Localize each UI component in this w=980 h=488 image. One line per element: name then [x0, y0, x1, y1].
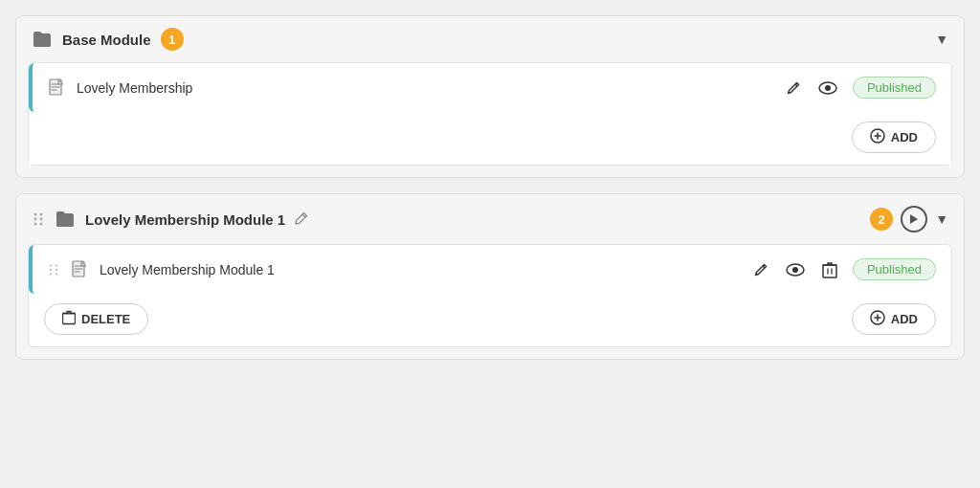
- document-icon: [48, 78, 65, 98]
- edit-button[interactable]: [784, 78, 803, 98]
- module-2-card: Lovely Membership Module 1 2 ▼: [15, 193, 965, 360]
- svg-point-10: [50, 264, 53, 267]
- base-module-body: Lovely Membership Published: [28, 62, 952, 166]
- delete-item-button[interactable]: [820, 259, 839, 280]
- document-icon-2: [71, 260, 88, 279]
- base-module-chevron-icon[interactable]: ▼: [935, 32, 948, 47]
- table-row: Lovely Membership Published: [29, 63, 951, 112]
- module-2-header: Lovely Membership Module 1 2 ▼: [16, 194, 964, 244]
- base-module-header-right: ▼: [935, 32, 948, 47]
- svg-rect-19: [823, 265, 836, 277]
- module-2-header-left: Lovely Membership Module 1: [32, 210, 860, 229]
- svg-point-14: [50, 273, 53, 276]
- svg-point-6: [34, 218, 37, 221]
- delete-module-button[interactable]: DELETE: [44, 303, 148, 335]
- module-2-chevron-icon[interactable]: ▼: [935, 211, 948, 227]
- item-row-inner-2: Lovely Membership Module 1: [48, 260, 740, 279]
- add-plus-icon-2: [870, 310, 885, 328]
- svg-point-12: [50, 268, 53, 271]
- edit-button-2[interactable]: [751, 260, 770, 279]
- item-actions: Published: [784, 77, 936, 99]
- add-label: ADD: [891, 130, 918, 144]
- folder-icon-2: [55, 210, 76, 229]
- module-2-body: Lovely Membership Module 1: [28, 244, 952, 347]
- svg-point-5: [40, 213, 43, 216]
- status-badge-2: Published: [853, 258, 936, 280]
- module-2-badge: 2: [870, 208, 893, 231]
- add-plus-icon: [870, 128, 885, 146]
- add-button[interactable]: ADD: [852, 122, 936, 153]
- svg-point-8: [34, 223, 37, 226]
- module-2-footer: DELETE ADD: [29, 294, 951, 346]
- table-row: Lovely Membership Module 1: [29, 245, 951, 294]
- preview-button-2[interactable]: [784, 261, 807, 278]
- base-module-header-left: Base Module 1: [32, 28, 925, 51]
- item-actions-2: Published: [751, 258, 936, 280]
- item-drag-handle-icon[interactable]: [48, 263, 59, 277]
- svg-point-9: [40, 223, 43, 226]
- item-label-2: Lovely Membership Module 1: [100, 262, 740, 277]
- svg-point-11: [56, 264, 58, 267]
- module-2-title: Lovely Membership Module 1: [85, 211, 285, 228]
- item-row-inner: Lovely Membership: [48, 78, 772, 98]
- svg-point-13: [56, 268, 58, 271]
- svg-point-4: [34, 213, 37, 216]
- svg-point-18: [792, 267, 798, 273]
- play-button[interactable]: [901, 206, 927, 233]
- folder-icon: [32, 30, 53, 49]
- svg-point-7: [40, 218, 43, 221]
- delete-label: DELETE: [81, 312, 130, 326]
- base-module-title: Base Module: [62, 32, 151, 48]
- svg-rect-20: [63, 314, 76, 324]
- base-module-footer: ADD: [29, 112, 951, 165]
- base-module-badge: 1: [161, 28, 184, 51]
- status-badge: Published: [853, 77, 936, 99]
- item-label: Lovely Membership: [77, 80, 772, 96]
- base-module-header: Base Module 1 ▼: [16, 16, 964, 62]
- base-module-card: Base Module 1 ▼ Lovely Membership: [15, 15, 965, 178]
- module-title-edit-icon[interactable]: [295, 211, 308, 228]
- delete-icon: [62, 310, 76, 328]
- svg-point-2: [825, 85, 831, 91]
- preview-button[interactable]: [816, 79, 839, 97]
- add-button-2[interactable]: ADD: [852, 303, 936, 335]
- module-2-header-right: 2 ▼: [870, 206, 948, 233]
- drag-handle-icon[interactable]: [32, 211, 45, 227]
- svg-point-15: [56, 273, 58, 276]
- add-label-2: ADD: [891, 312, 918, 326]
